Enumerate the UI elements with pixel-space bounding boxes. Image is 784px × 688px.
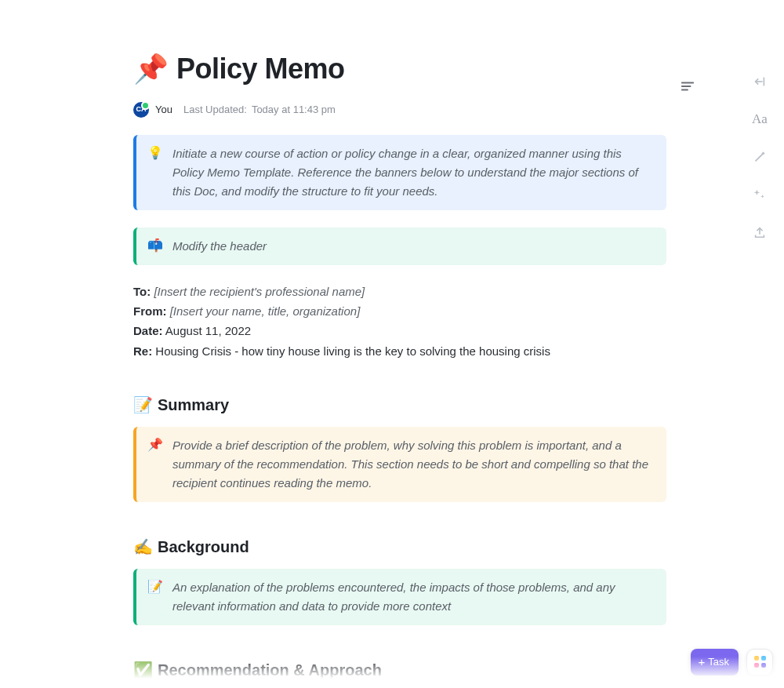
recommendation-heading-text: Recommendation & Approach [158,658,382,683]
section-recommendation: ✅ Recommendation & Approach 🏆 Provide yo… [133,658,666,688]
sparkle-icon [753,150,767,164]
plus-icon: + [699,656,706,668]
summary-heading[interactable]: 📝 Summary [133,393,666,417]
background-heading-text: Background [158,535,249,559]
stars-icon [753,187,767,202]
title-emoji-icon: 📌 [133,55,169,83]
memo-header-fields[interactable]: To: [Insert the recipient's professional… [133,282,666,360]
field-date-value: August 11, 2022 [165,324,251,337]
pushpin-icon: 📌 [147,436,163,493]
apps-grid-icon [754,656,766,668]
doc-meta-row: CA You Last Updated: Today at 11:43 pm [133,102,666,118]
memo-icon: 📝 [133,393,153,417]
intro-banner-text: Initiate a new course of action or polic… [172,144,654,201]
arrow-collapse-icon [753,75,767,89]
right-rail: Aa [750,74,770,240]
field-from-value: [Insert your name, title, organization] [170,304,361,318]
field-to: To: [Insert the recipient's professional… [133,282,666,300]
new-task-button[interactable]: + Task [691,649,739,675]
outline-icon [681,81,695,92]
background-banner-text: An explanation of the problems encounter… [172,578,654,616]
author-you-label[interactable]: You [155,102,172,118]
last-updated-label: Last Updated: [183,102,247,118]
field-from: From: [Insert your name, title, organiza… [133,302,666,320]
author-avatar[interactable]: CA [133,102,149,118]
modify-header-banner[interactable]: 📫 Modify the header [133,228,666,265]
field-date: Date: August 11, 2022 [133,322,666,340]
page-title: Policy Memo [176,47,345,91]
new-task-label: Task [708,654,729,670]
field-re-value: Housing Crisis - how tiny house living i… [155,344,550,358]
lightbulb-icon: 💡 [147,144,163,201]
summary-heading-text: Summary [158,393,229,417]
upload-icon [753,225,767,239]
note-icon: 📝 [147,578,163,616]
apps-launcher-button[interactable] [746,649,773,675]
share-export-button[interactable] [750,224,770,240]
summary-banner-text: Provide a brief description of the probl… [172,436,654,493]
document-body: 📌 Policy Memo CA You Last Updated: Today… [133,47,666,688]
background-banner[interactable]: 📝 An explanation of the problems encount… [133,569,666,625]
modify-header-text: Modify the header [172,237,654,256]
typography-icon: Aa [752,109,768,129]
field-from-label: From: [133,304,167,318]
last-updated-value: Today at 11:43 pm [252,102,336,118]
outline-toggle-button[interactable] [681,78,695,96]
section-background: ✍️ Background 📝 An explanation of the pr… [133,535,666,625]
summary-banner[interactable]: 📌 Provide a brief description of the pro… [133,427,666,502]
ai-sparkle-button[interactable] [750,149,770,165]
field-to-label: To: [133,285,151,298]
mailbox-icon: 📫 [147,237,163,256]
field-re-label: Re: [133,344,152,358]
background-heading[interactable]: ✍️ Background [133,535,666,559]
field-re: Re: Housing Crisis - how tiny house livi… [133,342,666,360]
section-summary: 📝 Summary 📌 Provide a brief description … [133,393,666,502]
typography-button[interactable]: Aa [750,111,770,127]
page-title-row[interactable]: 📌 Policy Memo [133,47,666,91]
floating-actions: + Task [691,649,774,675]
ai-stars-button[interactable] [750,187,770,202]
writing-hand-icon: ✍️ [133,535,153,559]
checkmark-icon: ✅ [133,658,153,683]
recommendation-heading[interactable]: ✅ Recommendation & Approach [133,658,666,683]
collapse-sidebar-button[interactable] [750,74,770,89]
intro-banner[interactable]: 💡 Initiate a new course of action or pol… [133,135,666,210]
field-to-value: [Insert the recipient's professional nam… [154,285,365,298]
field-date-label: Date: [133,324,163,337]
